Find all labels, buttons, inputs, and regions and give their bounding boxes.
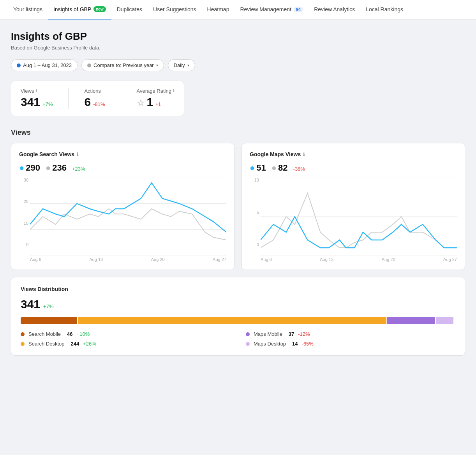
legend-maps-mobile: Maps Mobile 37 -12%: [246, 331, 455, 337]
views-distribution-card: Views Distribution 341 +7% Search Mobile…: [11, 277, 465, 356]
dot-search-mobile: [21, 332, 25, 336]
search-change: +23%: [72, 166, 85, 172]
maps-views-card: Google Maps Views ℹ 51 82 -38% 10 5 0: [242, 143, 465, 270]
dot-maps-mobile: [246, 332, 250, 336]
summary-actions: Actions 6 -81%: [84, 88, 105, 109]
maps-change: -38%: [293, 166, 305, 172]
summary-views: Views ℹ 341 +7%: [21, 88, 53, 109]
search-views-card: Google Search Views ℹ 290 236 +23% 30 20…: [11, 143, 234, 270]
main-nav: Your listings Insights of GBP new Duplic…: [0, 0, 476, 19]
summary-card: Views ℹ 341 +7% Actions 6 -81% Average R…: [11, 81, 184, 116]
new-badge: new: [93, 6, 106, 12]
dist-title: Views Distribution: [21, 286, 455, 292]
bar-maps-mobile: [387, 317, 435, 324]
date-dot: [17, 63, 21, 67]
maps-views-info-icon[interactable]: ℹ: [303, 152, 305, 157]
y-axis-search: 30 20 10 0: [19, 178, 28, 256]
review-count-badge: 94: [294, 7, 303, 12]
nav-item-review-analytics[interactable]: Review Analytics: [309, 0, 360, 19]
divider: [68, 88, 69, 109]
rating-info-icon[interactable]: ℹ: [173, 88, 175, 93]
nav-item-heatmap[interactable]: Heatmap: [202, 0, 235, 19]
compare-dot: [87, 63, 91, 67]
granularity-dropdown[interactable]: Daily ▾: [168, 59, 195, 71]
dist-change: +7%: [43, 303, 53, 309]
nav-item-local-rankings[interactable]: Local Rankings: [360, 0, 409, 19]
dot-search-desktop: [21, 342, 25, 346]
nav-item-duplicates[interactable]: Duplicates: [111, 0, 148, 19]
bar-search-mobile: [21, 317, 77, 324]
distribution-legend: Search Mobile 46 +10% Maps Mobile 37 -12…: [21, 331, 455, 347]
star-icon: ☆: [137, 98, 145, 108]
bar-search-desktop: [78, 317, 386, 324]
search-current-val: 290: [19, 163, 40, 173]
search-views-chart: [30, 178, 226, 256]
dot-maps-desktop: [246, 342, 250, 346]
page-title: Insights of GBP: [11, 30, 465, 42]
bar-maps-desktop: [436, 317, 453, 324]
charts-row: Google Search Views ℹ 290 236 +23% 30 20…: [11, 143, 465, 270]
views-section-title: Views: [11, 129, 465, 137]
compare-dropdown[interactable]: Compare to: Previous year ▾: [81, 59, 164, 71]
filter-bar: Aug 1 – Aug 31, 2023 Compare to: Previou…: [11, 59, 465, 71]
search-prev-val: 236: [46, 163, 67, 173]
actions-trend: -81%: [93, 101, 105, 107]
search-views-legend: 290 236 +23%: [19, 163, 226, 173]
nav-item-user-suggestions[interactable]: User Suggestions: [148, 0, 202, 19]
chevron-down-icon: ▾: [156, 63, 158, 67]
views-trend: +7%: [42, 101, 53, 107]
nav-item-review-management[interactable]: Review Management 94: [234, 0, 309, 19]
chevron-down-icon-2: ▾: [187, 63, 189, 67]
main-content: Insights of GBP Based on Google Business…: [0, 19, 476, 374]
maps-current-val: 51: [250, 163, 266, 173]
maps-views-legend: 51 82 -38%: [250, 163, 457, 173]
nav-item-your-listings[interactable]: Your listings: [8, 0, 48, 19]
maps-prev-val: 82: [271, 163, 288, 173]
maps-views-chart: [261, 178, 457, 256]
page-subtitle: Based on Google Business Profile data.: [11, 45, 465, 51]
legend-search-desktop: Search Desktop 244 +26%: [21, 341, 230, 347]
rating-trend: +1: [155, 102, 161, 107]
summary-rating: Average Rating ℹ ☆ 1 +1: [137, 88, 175, 109]
legend-search-mobile: Search Mobile 46 +10%: [21, 331, 230, 337]
dist-total: 341 +7%: [21, 298, 455, 311]
date-range-picker[interactable]: Aug 1 – Aug 31, 2023: [11, 59, 78, 71]
distribution-bar: [21, 317, 455, 324]
x-axis-maps: Aug 6 Aug 13 Aug 20 Aug 27: [261, 256, 457, 262]
nav-item-insights-gbp[interactable]: Insights of GBP new: [48, 0, 111, 19]
views-info-icon[interactable]: ℹ: [35, 88, 37, 93]
divider-2: [121, 88, 121, 109]
legend-maps-desktop: Maps Desktop 14 -65%: [246, 341, 455, 347]
search-views-info-icon[interactable]: ℹ: [77, 152, 78, 157]
x-axis-search: Aug 6 Aug 13 Aug 20 Aug 27: [30, 256, 226, 262]
